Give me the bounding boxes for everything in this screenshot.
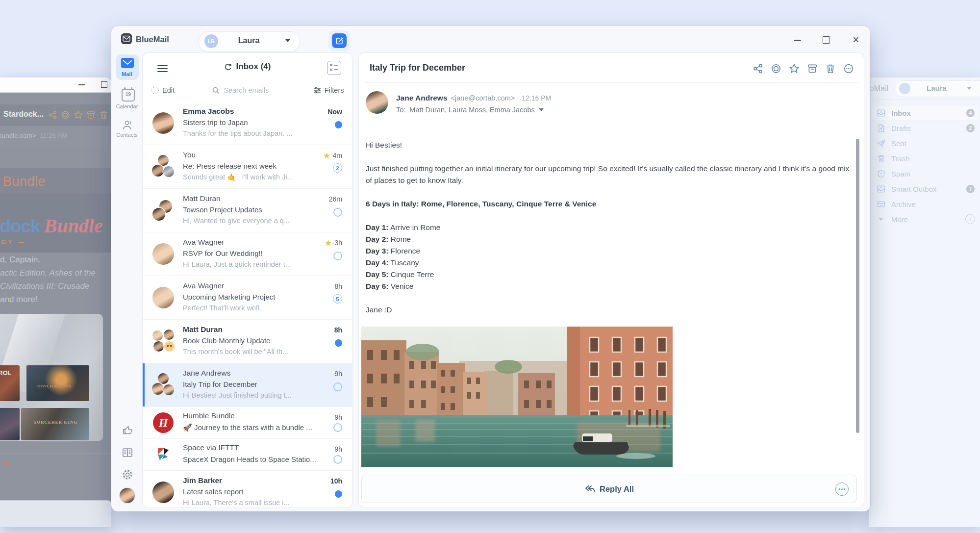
timestamp: 4m: [333, 152, 342, 159]
space-ifttt-logo: [156, 447, 171, 462]
email-list-item[interactable]: Emma Jacobs Sisters trip to Japan Thanks…: [143, 102, 352, 145]
thumbs-up-icon[interactable]: [122, 424, 133, 436]
star-button[interactable]: [789, 63, 800, 74]
star-icon: [74, 110, 83, 120]
user-avatar[interactable]: [120, 488, 135, 503]
read-indicator[interactable]: [333, 382, 342, 391]
refresh-icon[interactable]: [224, 63, 232, 71]
folder-label: Smart Outbox: [891, 185, 937, 193]
read-indicator[interactable]: [333, 208, 342, 217]
bgl-game-tile: CIVILIZATIONS: [26, 365, 89, 401]
bgl-link[interactable]: ard: [2, 458, 13, 466]
email-list: Emma Jacobs Sisters trip to Japan Thanks…: [143, 102, 352, 508]
timestamp: 8h: [334, 282, 342, 290]
body-greeting: Hi Besties!: [366, 139, 854, 151]
bgl-logo-bundle: Bundle: [44, 215, 103, 237]
trash-button[interactable]: [825, 63, 836, 74]
view-toggle-button[interactable]: [327, 61, 341, 75]
email-list-item[interactable]: Ava Wagner Upcoming Marketing Project Pe…: [143, 276, 352, 319]
avatar-group: [151, 330, 175, 353]
read-indicator[interactable]: [333, 455, 342, 464]
bluemail-window: BlueMail LR Laura × Mail 19 Calendar Con…: [111, 26, 870, 511]
email-list-item[interactable]: Matt Duran Book Club Monthly Update This…: [143, 319, 352, 363]
email-subject: RSVP for Our Wedding!!: [183, 249, 263, 257]
itinerary-day: Day 3: Florence: [366, 245, 854, 257]
folder-label: Spam: [891, 170, 910, 178]
sender-name: Jane Andrews: [183, 369, 230, 378]
thread-count-badge[interactable]: 2: [333, 163, 342, 173]
maximize-button[interactable]: [823, 36, 830, 44]
status-circle-icon: [61, 110, 70, 120]
email-subject: Italy Trip for December: [183, 380, 257, 388]
email-snippet: Sounds great 🤙 . I'll work with Ji...: [183, 173, 293, 181]
share-button[interactable]: [753, 63, 763, 74]
contacts-icon[interactable]: [121, 119, 133, 133]
folder-label: More: [891, 215, 908, 224]
email-list-item[interactable]: Space via IFTTT SpaceX Dragon Heads to S…: [143, 438, 352, 470]
email-list-item[interactable]: You Re: Press release next week Sounds g…: [143, 145, 352, 188]
embedded-photo[interactable]: [361, 327, 673, 467]
folder-label: Drafts: [891, 124, 911, 132]
recipients-expander-icon[interactable]: [539, 108, 544, 111]
email-list-item[interactable]: Matt Duran Towson Project Updates Hi, Wa…: [143, 188, 352, 232]
folder-item-inbox[interactable]: Inbox 4: [872, 106, 979, 120]
trash-icon: [877, 154, 886, 163]
rail-mail-label: Mail: [111, 71, 143, 77]
timestamp: 10h: [330, 477, 342, 485]
folder-item-smart-outbox[interactable]: Smart Outbox 7: [872, 182, 979, 196]
filters-button[interactable]: Filters: [314, 86, 344, 94]
unread-dot[interactable]: [335, 490, 342, 498]
scrollbar-thumb[interactable]: [856, 139, 859, 433]
folder-label: Archive: [891, 200, 916, 208]
bgr-app-title: eMail: [870, 84, 888, 93]
compose-icon[interactable]: [332, 33, 347, 48]
folder-item-archive[interactable]: Archive: [872, 197, 979, 211]
email-list-item[interactable]: H Humble Bundle 🚀 Journey to the stars w…: [143, 406, 352, 438]
folder-item-more[interactable]: More +: [872, 212, 979, 227]
divider: [0, 470, 111, 470]
bluemail-logo-icon: [121, 33, 132, 44]
bgl-maximize-button[interactable]: [101, 81, 107, 88]
read-indicator[interactable]: [333, 252, 342, 260]
message-body: Hi Besties! Just finished putting togeth…: [366, 139, 854, 328]
avatar: [151, 242, 175, 266]
avatar-group: [151, 199, 175, 222]
message-time: 12:16 PM: [522, 94, 551, 102]
email-snippet: Perfect! That'll work well.: [183, 304, 261, 312]
folder-item-spam[interactable]: Spam: [872, 167, 979, 181]
more-options-button[interactable]: [843, 63, 854, 74]
minimize-button[interactable]: [794, 40, 801, 41]
newsfeed-icon[interactable]: [122, 447, 133, 458]
email-snippet: Hi Laura, Just a quick reminder t...: [183, 260, 291, 268]
background-window-right: eMail Laura Inbox 4 Drafts 2 Sent: [869, 77, 980, 527]
read-indicator[interactable]: [333, 423, 342, 432]
add-folder-icon[interactable]: +: [965, 214, 975, 224]
unread-dot[interactable]: [335, 339, 342, 347]
bgl-titlebar: [0, 77, 111, 93]
email-list-item-selected[interactable]: Jane Andrews Italy Trip for December Hi …: [143, 363, 352, 406]
folder-item-sent[interactable]: Sent: [872, 136, 979, 151]
reply-all-icon: [584, 484, 595, 494]
folder-item-trash[interactable]: Trash: [872, 152, 979, 166]
bgl-from-email: bundle.com>: [0, 132, 36, 139]
star-icon: [325, 239, 332, 247]
bgl-body-line: and more!: [0, 295, 111, 305]
bgl-minimize-button[interactable]: [78, 84, 85, 85]
mark-unread-button[interactable]: [771, 63, 781, 74]
thread-count-badge[interactable]: 5: [333, 294, 342, 304]
gear-icon[interactable]: [122, 469, 133, 481]
email-list-item[interactable]: Ava Wagner RSVP for Our Wedding!! Hi Lau…: [143, 232, 352, 276]
reply-all-button[interactable]: Reply All: [361, 475, 857, 503]
email-list-item[interactable]: Jim Barker Latest sales report Hi Laura,…: [143, 470, 352, 508]
calendar-icon[interactable]: 19: [122, 89, 135, 102]
close-button[interactable]: ×: [850, 31, 862, 49]
itinerary-day: Day 5: Cinque Terre: [366, 269, 854, 280]
timestamp: Now: [327, 108, 342, 116]
search-input[interactable]: [223, 86, 283, 95]
email-snippet: Hi Laura, There's a small issue i...: [183, 499, 290, 507]
unread-dot[interactable]: [335, 121, 342, 128]
email-snippet: This month's book will be "All th...: [183, 348, 288, 355]
archive-button[interactable]: [807, 63, 818, 74]
reply-options-button[interactable]: [835, 482, 849, 496]
folder-item-drafts[interactable]: Drafts 2: [872, 121, 979, 135]
